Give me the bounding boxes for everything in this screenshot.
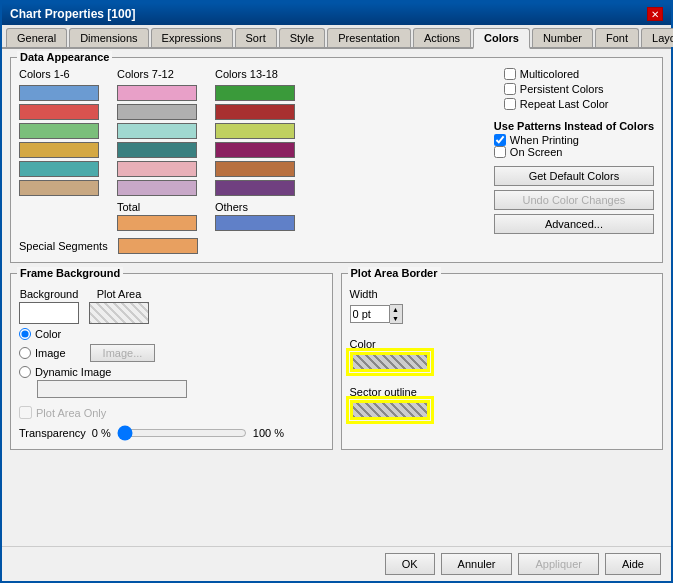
multicolored-checkbox[interactable] (504, 68, 516, 80)
sector-outline-swatch[interactable] (350, 400, 430, 420)
persistent-colors-label: Persistent Colors (520, 83, 604, 95)
main-window: Chart Properties [100] ✕ General Dimensi… (0, 0, 673, 583)
transparency-slider[interactable] (117, 425, 247, 441)
plot-area-only-label: Plot Area Only (36, 407, 106, 419)
plot-area-border-section: Plot Area Border Width ▲ ▼ Color (341, 273, 664, 450)
swatch-8[interactable] (117, 104, 197, 120)
plot-area-swatch-label: Plot Area (97, 288, 142, 300)
image-button[interactable]: Image... (90, 344, 156, 362)
swatch-12[interactable] (117, 180, 197, 196)
color-radio[interactable] (19, 328, 31, 340)
swatch-6[interactable] (19, 180, 99, 196)
sector-outline-label: Sector outline (350, 386, 655, 398)
plot-area-only-row: Plot Area Only (19, 406, 324, 419)
color-section: Color (350, 334, 655, 372)
swatch-4[interactable] (19, 142, 99, 158)
repeat-last-checkbox[interactable] (504, 98, 516, 110)
multicolored-label: Multicolored (520, 68, 579, 80)
swatch-5[interactable] (19, 161, 99, 177)
undo-color-changes-button[interactable]: Undo Color Changes (494, 190, 654, 210)
group-label-7-12: Colors 7-12 (117, 68, 197, 80)
get-default-colors-button[interactable]: Get Default Colors (494, 166, 654, 186)
persistent-colors-checkbox[interactable] (504, 83, 516, 95)
swatch-18[interactable] (215, 180, 295, 196)
total-label: Total (117, 201, 197, 213)
spinner-down[interactable]: ▼ (390, 314, 402, 323)
title-bar: Chart Properties [100] ✕ (2, 3, 671, 25)
plot-area-only-checkbox[interactable] (19, 406, 32, 419)
tab-sort[interactable]: Sort (235, 28, 277, 47)
swatch-11[interactable] (117, 161, 197, 177)
swatch-others[interactable] (215, 215, 295, 231)
plot-area-border-title: Plot Area Border (348, 267, 441, 279)
help-button[interactable]: Aide (605, 553, 661, 575)
cancel-button[interactable]: Annuler (441, 553, 513, 575)
dynamic-image-radio[interactable] (19, 366, 31, 378)
swatch-3[interactable] (19, 123, 99, 139)
tab-presentation[interactable]: Presentation (327, 28, 411, 47)
ok-button[interactable]: OK (385, 553, 435, 575)
swatch-2[interactable] (19, 104, 99, 120)
background-swatch-col: Background (19, 288, 79, 324)
multicolored-row: Multicolored (504, 68, 654, 80)
swatch-special[interactable] (118, 238, 198, 254)
spinner-box: ▲ ▼ (350, 304, 655, 324)
footer: OK Annuler Appliquer Aide (2, 546, 671, 581)
background-swatch-label: Background (20, 288, 79, 300)
frame-background-section: Frame Background Background Plot Area Co… (10, 273, 333, 450)
tab-font[interactable]: Font (595, 28, 639, 47)
color-swatch-highlighted[interactable] (350, 352, 430, 372)
spinner-arrows: ▲ ▼ (390, 304, 403, 324)
close-button[interactable]: ✕ (647, 7, 663, 21)
swatch-7[interactable] (117, 85, 197, 101)
swatch-16[interactable] (215, 142, 295, 158)
swatch-15[interactable] (215, 123, 295, 139)
checkboxes-col: Multicolored Persistent Colors Repeat La… (504, 68, 654, 110)
sector-outline-section: Sector outline (350, 382, 655, 420)
swatch-9[interactable] (117, 123, 197, 139)
frame-content: Color Image Image... Dynamic Image (19, 328, 324, 419)
image-radio[interactable] (19, 347, 31, 359)
width-label: Width (350, 288, 378, 300)
tab-colors[interactable]: Colors (473, 28, 530, 49)
right-buttons: Get Default Colors Undo Color Changes Ad… (494, 166, 654, 234)
swatch-17[interactable] (215, 161, 295, 177)
width-row: Width (350, 288, 655, 300)
plot-area-swatch[interactable] (89, 302, 149, 324)
window-title: Chart Properties [100] (10, 7, 135, 21)
swatch-13[interactable] (215, 85, 295, 101)
repeat-last-label: Repeat Last Color (520, 98, 609, 110)
data-appearance-section: Data Appearance Colors 1-6 (10, 57, 663, 263)
when-printing-checkbox[interactable] (494, 134, 506, 146)
when-printing-label: When Printing (510, 134, 579, 146)
tab-layout[interactable]: Layout (641, 28, 673, 47)
on-screen-label: On Screen (510, 146, 563, 158)
image-radio-label: Image (35, 347, 66, 359)
apply-button[interactable]: Appliquer (518, 553, 598, 575)
group-label-1-6: Colors 1-6 (19, 68, 99, 80)
tab-dimensions[interactable]: Dimensions (69, 28, 148, 47)
swatch-total[interactable] (117, 215, 197, 231)
group-label-13-18: Colors 13-18 (215, 68, 295, 80)
advanced-button[interactable]: Advanced... (494, 214, 654, 234)
swatch-1[interactable] (19, 85, 99, 101)
swatch-10[interactable] (117, 142, 197, 158)
tab-bar: General Dimensions Expressions Sort Styl… (2, 25, 671, 49)
color-radio-label: Color (35, 328, 61, 340)
bg-swatches: Background Plot Area (19, 288, 324, 324)
tab-general[interactable]: General (6, 28, 67, 47)
on-screen-checkbox[interactable] (494, 146, 506, 158)
tab-style[interactable]: Style (279, 28, 325, 47)
tab-actions[interactable]: Actions (413, 28, 471, 47)
tab-number[interactable]: Number (532, 28, 593, 47)
tab-expressions[interactable]: Expressions (151, 28, 233, 47)
color-group-13-18: Colors 13-18 Others (215, 68, 295, 234)
swatch-14[interactable] (215, 104, 295, 120)
spinner-up[interactable]: ▲ (390, 305, 402, 314)
background-swatch[interactable] (19, 302, 79, 324)
patterns-label: Use Patterns Instead of Colors (494, 120, 654, 132)
dynamic-image-input[interactable] (37, 380, 187, 398)
on-screen-row: On Screen (494, 146, 654, 158)
width-spinner-input[interactable] (350, 305, 390, 323)
when-printing-row: When Printing (494, 134, 654, 146)
